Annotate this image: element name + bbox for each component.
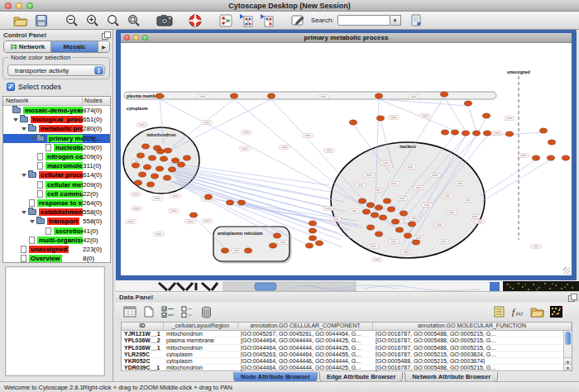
- network-node[interactable]: [190, 213, 198, 218]
- tree-row[interactable]: Overview8(0): [3, 254, 110, 263]
- network-overview-icon[interactable]: [217, 13, 234, 28]
- table-row[interactable]: YPL036W__2plasma membrane[GO:0044464, GO…: [122, 337, 572, 344]
- tree-row[interactable]: establishment of lo558(0): [3, 208, 110, 217]
- network-node[interactable]: [377, 116, 385, 121]
- edge[interactable]: [171, 167, 344, 202]
- node-label[interactable]: [198, 95, 208, 99]
- network-node[interactable]: [137, 153, 145, 158]
- network-node[interactable]: [149, 155, 156, 160]
- edge[interactable]: [168, 99, 271, 151]
- scroll-up-icon[interactable]: ▲: [564, 357, 572, 364]
- data-panel-float-icon[interactable]: [568, 294, 576, 300]
- network-node[interactable]: [178, 162, 185, 167]
- network-node[interactable]: [462, 131, 470, 136]
- tree-row[interactable]: multi-organism pro42(0): [3, 236, 110, 245]
- network-node[interactable]: [533, 155, 540, 160]
- network-node[interactable]: [156, 166, 164, 171]
- node-label[interactable]: [242, 131, 252, 135]
- network-node[interactable]: [156, 93, 164, 98]
- snapshot-icon[interactable]: [156, 13, 173, 28]
- edge[interactable]: [444, 97, 466, 131]
- help-icon[interactable]: [186, 13, 203, 28]
- network-node[interactable]: [376, 93, 383, 98]
- tree-row[interactable]: metabolic process280(0): [3, 124, 110, 133]
- network-node[interactable]: [245, 248, 252, 253]
- network-node[interactable]: [350, 120, 357, 125]
- network-node[interactable]: [473, 131, 481, 136]
- save-icon[interactable]: [32, 13, 50, 28]
- float-panel-icon[interactable]: [102, 31, 109, 38]
- expand-triangle-icon[interactable]: [22, 174, 26, 177]
- node-label[interactable]: [202, 219, 213, 223]
- zoom-fit-icon[interactable]: [125, 13, 142, 28]
- import-attributes-icon[interactable]: [408, 13, 425, 28]
- node-label[interactable]: [414, 186, 424, 190]
- network-node[interactable]: [169, 167, 176, 172]
- select-nodes-checkbox[interactable]: ✓: [7, 83, 15, 91]
- network-node[interactable]: [222, 248, 229, 253]
- network-node[interactable]: [231, 93, 238, 98]
- tree-row[interactable]: cellular process614(0): [3, 170, 110, 179]
- network-graph[interactable]: plasma membrane cytoplasm mitochondrion …: [121, 43, 572, 275]
- tree-row[interactable]: unassigned223(0): [3, 245, 110, 254]
- expand-triangle-icon[interactable]: [13, 118, 18, 122]
- node-label[interactable]: [447, 211, 457, 215]
- network-node[interactable]: [409, 222, 416, 227]
- node-label[interactable]: [492, 131, 503, 136]
- network-node[interactable]: [548, 140, 556, 145]
- node-label[interactable]: [137, 123, 148, 127]
- network-node[interactable]: [184, 155, 191, 160]
- node-label[interactable]: [323, 207, 334, 211]
- expand-triangle-icon[interactable]: [22, 127, 26, 131]
- unselect-all-attributes-icon[interactable]: [179, 305, 194, 318]
- network-node[interactable]: [388, 207, 395, 212]
- network-node[interactable]: [227, 200, 234, 205]
- tree-row[interactable]: response to stimulu264(0): [3, 198, 110, 208]
- network-node[interactable]: [144, 165, 151, 170]
- tab-network[interactable]: Network: [4, 41, 51, 52]
- network-canvas[interactable]: plasma membrane cytoplasm mitochondrion …: [121, 43, 572, 275]
- node-label[interactable]: [470, 215, 481, 219]
- table-row[interactable]: YKR052Ccytoplasm[GO:0044464, GO:0044446,…: [122, 358, 572, 365]
- tree-row[interactable]: cellular metabol209(0): [3, 180, 110, 189]
- network-node[interactable]: [384, 198, 391, 203]
- node-label[interactable]: [154, 232, 165, 237]
- node-label[interactable]: [324, 149, 335, 153]
- network-node[interactable]: [268, 93, 275, 98]
- node-label[interactable]: [414, 237, 424, 241]
- edge[interactable]: [468, 106, 476, 131]
- tree-row[interactable]: transport558(0): [3, 217, 110, 226]
- zoom-out-icon[interactable]: [63, 13, 80, 28]
- node-label[interactable]: [397, 197, 408, 201]
- network-node[interactable]: [164, 175, 171, 180]
- node-label[interactable]: [169, 209, 179, 213]
- function-builder-icon[interactable]: f(x): [510, 305, 525, 318]
- node-label[interactable]: [185, 220, 196, 224]
- node-label[interactable]: [280, 146, 290, 150]
- node-label[interactable]: [443, 194, 453, 198]
- network-node[interactable]: [160, 156, 168, 161]
- node-label[interactable]: [131, 193, 141, 197]
- node-label[interactable]: [409, 95, 419, 99]
- network-node[interactable]: [392, 219, 400, 224]
- table-row[interactable]: YLR295Ccytoplasm[GO:0045263, GO:0044464,…: [122, 351, 572, 358]
- window-resize-grip[interactable]: [563, 267, 571, 275]
- zoom-in-icon[interactable]: [84, 13, 101, 28]
- network-node[interactable]: [452, 130, 459, 135]
- table-row[interactable]: YPL036W__1mitochondrion[GO:0044464, GO:0…: [122, 345, 572, 351]
- tree-row[interactable]: cell communicat22(0): [3, 189, 110, 198]
- expand-triangle-icon[interactable]: [22, 211, 26, 214]
- node-label[interactable]: [232, 249, 242, 253]
- network-node[interactable]: [142, 144, 150, 149]
- node-label[interactable]: [240, 147, 251, 151]
- node-label[interactable]: [475, 220, 486, 224]
- network-node[interactable]: [132, 163, 140, 168]
- node-label[interactable]: [372, 258, 383, 262]
- tab-mosaic[interactable]: Mosaic: [51, 41, 98, 52]
- network-node[interactable]: [376, 232, 383, 237]
- network-node[interactable]: [396, 227, 404, 232]
- network-node[interactable]: [147, 182, 155, 187]
- network-node[interactable]: [367, 225, 375, 230]
- open-icon[interactable]: [12, 13, 29, 28]
- node-label[interactable]: [531, 245, 542, 249]
